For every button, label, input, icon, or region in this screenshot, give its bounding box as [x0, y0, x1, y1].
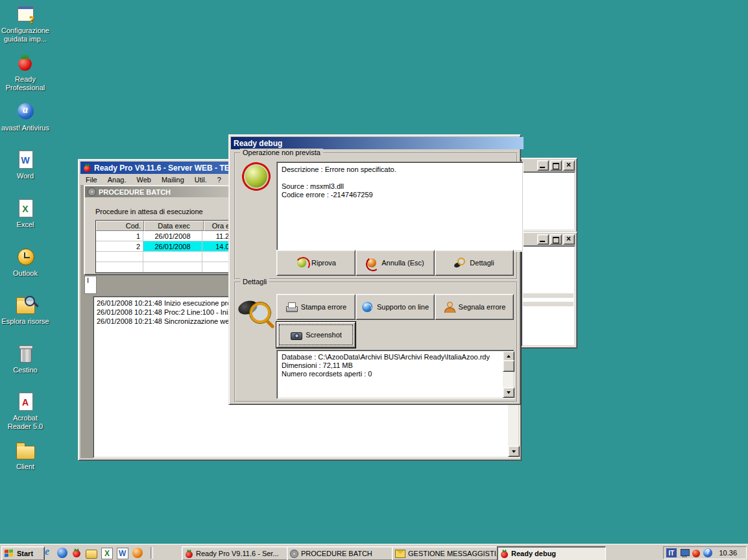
- table-row-empty[interactable]: [96, 262, 249, 273]
- start-label: Start: [17, 550, 33, 557]
- error-sphere-icon: [242, 162, 271, 191]
- fragment-titlebar[interactable]: [521, 160, 575, 171]
- desktop-icon-label: avast! Antivirus: [0, 124, 51, 132]
- gear-icon: [290, 550, 298, 558]
- taskbar-task-procedure-batch[interactable]: PROCEDURE BATCH: [287, 546, 396, 560]
- menu-util[interactable]: Util.: [189, 175, 212, 184]
- printer-icon: [285, 302, 297, 312]
- language-indicator[interactable]: IT: [666, 548, 677, 557]
- details-groupbox: Dettagli Stampa errore Supporto on line …: [234, 282, 518, 402]
- desktop-icon-avast[interactable]: avast! Antivirus: [0, 101, 51, 132]
- person-icon: [443, 302, 455, 312]
- operation-groupbox: Operazione non prevista Descrizione : Er…: [234, 152, 518, 280]
- menu-mailing[interactable]: Mailing: [156, 175, 189, 184]
- red-tray-icon[interactable]: [692, 550, 700, 557]
- maximize-icon[interactable]: [550, 160, 562, 171]
- blue-app-icon[interactable]: [57, 548, 67, 558]
- task-label: Ready Pro V9.11.6 - Ser...: [196, 550, 279, 557]
- arrow-down-icon: [507, 391, 511, 394]
- button-label: Screenshot: [306, 331, 342, 339]
- fragment-body: [521, 245, 575, 347]
- stampa-errore-button[interactable]: Stampa errore: [276, 294, 356, 320]
- scroll-thumb[interactable]: [503, 360, 514, 372]
- taskbar-task-gestione-messaggistica[interactable]: GESTIONE MESSAGGISTI...: [392, 546, 501, 560]
- ie-icon[interactable]: [43, 548, 53, 558]
- riprova-button[interactable]: Riprova: [276, 250, 356, 276]
- desktop-icon-label: Ready Professional: [0, 75, 51, 92]
- arrow-down-icon: [512, 450, 516, 453]
- desktop-icon-recycle-bin[interactable]: Cestino: [0, 343, 51, 374]
- desktop-icon-config-wizard[interactable]: Configurazione guidata imp...: [0, 4, 51, 43]
- scroll-down-button[interactable]: [503, 387, 514, 398]
- ready-debug-titlebar[interactable]: Ready debug: [231, 137, 524, 149]
- batch-caption: Procedure in attesa di esecuzione: [95, 208, 203, 215]
- folder-icon: [14, 440, 36, 461]
- cancel-bug-icon: [366, 258, 378, 268]
- column-header[interactable]: Data exec: [144, 221, 204, 231]
- strawberry-icon[interactable]: [71, 548, 82, 558]
- info-database: Database : C:\AzooData\Archivi BUS\Archi…: [282, 353, 499, 361]
- table-row-selected[interactable]: 2 26/01/2008 14.07: [96, 241, 249, 252]
- start-button[interactable]: Start: [1, 546, 45, 560]
- avast-icon: [14, 101, 36, 122]
- minimize-icon[interactable]: [537, 160, 549, 171]
- procedure-batch-window: PROCEDURE BATCH Procedure in attesa di e…: [84, 185, 237, 275]
- supporto-online-button[interactable]: Supporto on line: [356, 294, 435, 320]
- desktop-icon-word[interactable]: Word: [0, 149, 51, 180]
- folder-icon[interactable]: [86, 550, 97, 559]
- button-label: Stampa errore: [301, 303, 346, 311]
- segnala-errore-button[interactable]: Segnala errore: [435, 294, 514, 320]
- desktop-icon-client[interactable]: Client: [0, 440, 51, 471]
- acrobat-icon: [14, 391, 36, 412]
- menu-file[interactable]: File: [80, 175, 103, 184]
- excel-icon[interactable]: [101, 548, 113, 559]
- table-row-empty[interactable]: [96, 252, 249, 262]
- orange-app-icon[interactable]: [132, 548, 143, 558]
- background-window-fragment-bottom: [519, 232, 577, 348]
- task-label: PROCEDURE BATCH: [301, 550, 372, 557]
- taskbar: Start Ready Pro V9.11.6 - Ser... PROCEDU…: [0, 544, 748, 560]
- cell-data-exec: 26/01/2008: [143, 231, 202, 241]
- dettagli-button[interactable]: Dettagli: [435, 250, 514, 276]
- screenshot-button[interactable]: Screenshot: [276, 322, 356, 348]
- column-header[interactable]: Cod.: [96, 221, 144, 231]
- window-title: PROCEDURE BATCH: [99, 188, 171, 196]
- info-scrollbar[interactable]: [503, 351, 513, 398]
- maximize-icon[interactable]: [550, 234, 562, 245]
- error-code: Codice errore : -2147467259: [282, 191, 518, 199]
- window-title: Ready Pro V9.11.6 - Server WEB - TER: [94, 164, 235, 173]
- desktop: Configurazione guidata imp... Ready Prof…: [0, 0, 748, 560]
- bug-search-icon: [236, 293, 274, 331]
- minimize-icon[interactable]: [537, 234, 549, 245]
- details-bug-icon: [454, 258, 466, 268]
- menu-help[interactable]: ?: [212, 175, 226, 184]
- annulla-button[interactable]: Annulla (Esc): [356, 250, 435, 276]
- desktop-icon-excel[interactable]: Excel: [0, 198, 51, 229]
- monitor-tray-icon[interactable]: [680, 548, 689, 557]
- close-icon[interactable]: [563, 234, 575, 245]
- clock: 10.36: [719, 549, 737, 557]
- close-icon[interactable]: [563, 160, 575, 171]
- procedure-batch-titlebar[interactable]: PROCEDURE BATCH: [85, 186, 235, 197]
- scroll-down-button[interactable]: [508, 446, 520, 457]
- desktop-icon-label: Word: [0, 172, 51, 180]
- taskbar-task-ready-pro[interactable]: Ready Pro V9.11.6 - Ser...: [182, 546, 291, 560]
- desktop-icon-explorer[interactable]: Esplora risorse: [0, 295, 51, 326]
- procedure-batch-body: Procedure in attesa di esecuzione Cod. D…: [85, 197, 235, 274]
- menu-anag[interactable]: Anag.: [103, 175, 132, 184]
- word-icon[interactable]: [117, 548, 128, 559]
- menu-web[interactable]: Web: [131, 175, 156, 184]
- desktop-icon-outlook[interactable]: Outlook: [0, 247, 51, 278]
- cell-cod: 1: [96, 231, 143, 241]
- fragment-titlebar[interactable]: [521, 234, 575, 245]
- groupbox-legend: Operazione non prevista: [240, 149, 323, 157]
- avast-tray-icon[interactable]: [703, 548, 712, 557]
- strawberry-icon: [14, 53, 36, 73]
- ready-debug-dialog: Ready debug Operazione non prevista Desc…: [228, 134, 521, 405]
- button-label: Annulla (Esc): [381, 259, 424, 267]
- desktop-icon-acrobat[interactable]: Acrobat Reader 5.0: [0, 391, 51, 431]
- taskbar-task-ready-debug[interactable]: Ready debug: [497, 546, 606, 560]
- desktop-icon-ready-professional[interactable]: Ready Professional: [0, 53, 51, 92]
- strawberry-icon: [83, 164, 91, 172]
- table-row[interactable]: 1 26/01/2008 11.21: [96, 231, 249, 241]
